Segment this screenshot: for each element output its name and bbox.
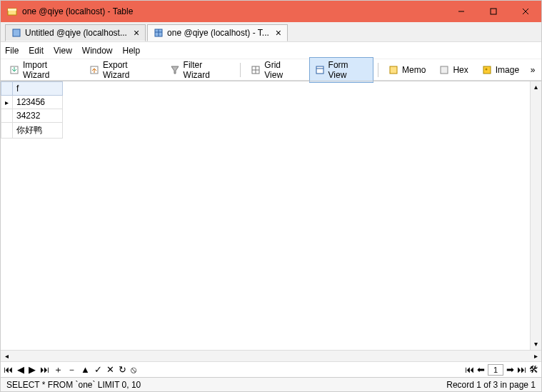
next-page-button[interactable]: ➡ — [506, 365, 514, 374]
menu-file[interactable]: File — [5, 46, 19, 56]
grid-body[interactable]: f 12345634232你好鸭 — [1, 81, 530, 350]
hex-button[interactable]: Hex — [433, 61, 473, 79]
toolbar-label: Image — [496, 65, 519, 75]
add-record-button[interactable]: ＋ — [54, 365, 63, 374]
app-icon — [6, 6, 18, 17]
prev-page-button[interactable]: ⬅ — [477, 365, 485, 374]
post-record-button[interactable]: ✓ — [94, 365, 102, 374]
toolbar-label: Import Wizard — [23, 60, 76, 80]
table-icon — [154, 28, 164, 38]
close-button[interactable] — [509, 1, 541, 22]
filter-wizard-button[interactable]: Filter Wizard — [164, 57, 236, 83]
memo-icon — [388, 64, 399, 76]
first-record-button[interactable]: ⏮ — [4, 365, 13, 374]
svg-rect-15 — [316, 66, 323, 74]
status-bar: SELECT * FROM `one` LIMIT 0, 10 Record 1… — [1, 377, 541, 391]
separator — [378, 63, 378, 77]
tab-label: one @qiye (localhost) - T... — [167, 28, 269, 38]
toolbar-label: Memo — [402, 65, 426, 75]
svg-rect-3 — [491, 9, 496, 14]
form-view-button[interactable]: Form View — [309, 57, 374, 83]
row-selector[interactable] — [1, 96, 13, 109]
tab-untitled[interactable]: Untitled @qiye (localhost... × — [5, 24, 146, 41]
toolbar-label: Grid View — [264, 60, 301, 80]
next-record-button[interactable]: ▶ — [29, 365, 36, 374]
tab-one[interactable]: one @qiye (localhost) - T... × — [147, 24, 288, 41]
grid-area: f 12345634232你好鸭 ▴ ▾ — [1, 81, 541, 350]
last-page-button[interactable]: ⏭ — [517, 365, 526, 374]
last-record-button[interactable]: ⏭ — [40, 365, 49, 374]
svg-rect-1 — [8, 9, 16, 11]
horizontal-scrollbar[interactable]: ◂ ▸ — [1, 350, 541, 361]
minimize-button[interactable] — [445, 1, 477, 22]
status-sql: SELECT * FROM `one` LIMIT 0, 10 — [6, 380, 141, 390]
scroll-down-icon[interactable]: ▾ — [531, 338, 541, 350]
stop-button[interactable]: ⦸ — [131, 365, 136, 374]
svg-point-20 — [485, 68, 487, 70]
data-table: f 12345634232你好鸭 — [1, 81, 63, 139]
cell-f[interactable]: 你好鸭 — [13, 123, 63, 139]
toolbar: Import Wizard Export Wizard Filter Wizar… — [1, 59, 541, 81]
export-wizard-button[interactable]: Export Wizard — [84, 57, 161, 83]
menu-help[interactable]: Help — [123, 46, 141, 56]
window-buttons — [445, 1, 541, 22]
separator — [240, 63, 241, 77]
import-icon — [9, 64, 20, 76]
memo-button[interactable]: Memo — [383, 61, 431, 79]
title-bar: one @qiye (localhost) - Table — [1, 1, 541, 22]
menu-view[interactable]: View — [54, 46, 72, 56]
grid-icon — [250, 64, 261, 76]
tab-close-icon[interactable]: × — [276, 27, 281, 39]
image-icon — [481, 64, 493, 76]
refresh-button[interactable]: ↻ — [119, 365, 126, 374]
status-record: Record 1 of 3 in page 1 — [446, 380, 536, 390]
maximize-button[interactable] — [477, 1, 509, 22]
scroll-left-icon[interactable]: ◂ — [1, 351, 12, 361]
import-wizard-button[interactable]: Import Wizard — [4, 57, 81, 83]
window-title: one @qiye (localhost) - Table — [22, 6, 133, 16]
cancel-record-button[interactable]: ✕ — [106, 365, 114, 374]
toolbar-label: Hex — [453, 65, 468, 75]
scroll-right-icon[interactable]: ▸ — [530, 351, 541, 361]
svg-rect-18 — [441, 66, 448, 74]
form-icon — [314, 64, 326, 76]
image-button[interactable]: Image — [476, 61, 524, 79]
export-icon — [89, 64, 100, 76]
tab-strip: Untitled @qiye (localhost... × one @qiye… — [1, 22, 541, 42]
row-selector[interactable] — [1, 109, 13, 123]
row-selector-header[interactable] — [1, 82, 13, 96]
delete-record-button[interactable]: － — [67, 365, 76, 374]
scroll-up-icon[interactable]: ▴ — [531, 81, 541, 93]
toolbar-label: Export Wizard — [103, 60, 156, 80]
svg-rect-17 — [390, 66, 397, 74]
edit-record-button[interactable]: ▲ — [81, 365, 90, 374]
cell-f[interactable]: 123456 — [13, 96, 63, 109]
settings-icon[interactable]: 🛠 — [529, 365, 538, 374]
prev-record-button[interactable]: ◀ — [17, 365, 24, 374]
first-page-button[interactable]: ⏮ — [465, 365, 474, 374]
page-number-input[interactable] — [488, 364, 503, 376]
toolbar-overflow-icon[interactable]: » — [527, 65, 538, 75]
tab-label: Untitled @qiye (localhost... — [25, 28, 127, 38]
table-row[interactable]: 你好鸭 — [1, 123, 63, 139]
scroll-track[interactable] — [12, 351, 530, 361]
table-row[interactable]: 34232 — [1, 109, 63, 123]
cell-f[interactable]: 34232 — [13, 109, 63, 123]
tab-close-icon[interactable]: × — [134, 27, 139, 39]
column-header-f[interactable]: f — [13, 82, 63, 96]
hex-icon — [438, 64, 450, 76]
filter-icon — [169, 64, 181, 76]
toolbar-label: Form View — [328, 60, 369, 80]
toolbar-label: Filter Wizard — [184, 60, 231, 80]
menu-edit[interactable]: Edit — [29, 46, 44, 56]
record-navigator: ⏮ ◀ ▶ ⏭ ＋ － ▲ ✓ ✕ ↻ ⦸ ⏮ ⬅ ➡ ⏭ 🛠 — [1, 361, 541, 377]
table-row[interactable]: 123456 — [1, 96, 63, 109]
menu-window[interactable]: Window — [82, 46, 113, 56]
vertical-scrollbar[interactable]: ▴ ▾ — [530, 81, 541, 350]
svg-rect-6 — [13, 29, 20, 36]
row-selector[interactable] — [1, 123, 13, 139]
grid-view-button[interactable]: Grid View — [245, 57, 306, 83]
query-icon — [11, 28, 21, 38]
